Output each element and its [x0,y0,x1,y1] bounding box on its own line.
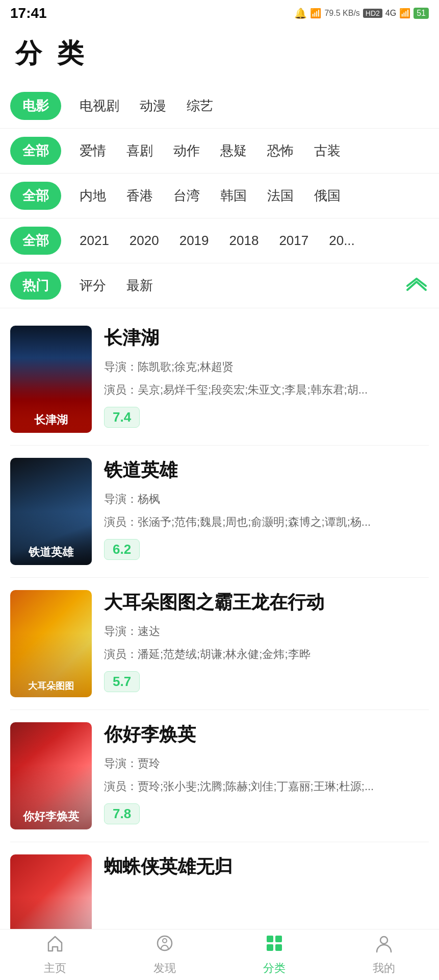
filter-year-2018[interactable]: 2018 [219,228,269,254]
filter-genre-active[interactable]: 全部 [10,137,61,165]
movie-title: 你好李焕英 [104,722,429,747]
nav-discover[interactable]: 发现 [134,934,195,976]
4g-badge: 4G [385,9,396,18]
filter-year-2019[interactable]: 2019 [169,228,219,254]
movie-title: 大耳朵图图之霸王龙在行动 [104,590,429,615]
nav-profile[interactable]: 我的 [353,934,415,976]
filter-region-tw[interactable]: 台湾 [163,182,210,210]
movie-actors: 演员：贾玲;张小斐;沈腾;陈赫;刘佳;丁嘉丽;王琳;杜源;... [104,777,429,795]
5g-signal: 📶 [399,8,410,19]
filter-year-2020[interactable]: 2020 [119,228,169,254]
notification-icon: 🔔 [294,7,307,19]
movie-poster: 你好李焕英 [10,722,92,829]
svg-rect-5 [275,944,282,951]
category-icon [265,934,284,958]
movie-actors: 演员：张涵予;范伟;魏晨;周也;俞灏明;森博之;谭凯;杨... [104,513,429,531]
status-icons: 🔔 📶 79.5 KB/s HD2 4G 📶 51 [294,7,429,19]
filter-sort-active[interactable]: 热门 [10,272,61,300]
filter-type-tv[interactable]: 电视剧 [69,92,130,120]
battery-indicator: 51 [414,8,429,19]
hd-badge: HD2 [363,9,382,18]
filter-genre-comedy[interactable]: 喜剧 [116,137,163,165]
movie-info: 你好李焕英 导演：贾玲 演员：贾玲;张小斐;沈腾;陈赫;刘佳;丁嘉丽;王琳;杜源… [104,722,429,829]
filter-genre-action[interactable]: 动作 [163,137,210,165]
movie-title: 蜘蛛侠英雄无归 [104,854,429,879]
movie-item[interactable]: 长津湖 长津湖 导演：陈凯歌;徐克;林超贤 演员：吴京;易烊千玺;段奕宏;朱亚文… [10,313,429,446]
filter-type-active[interactable]: 电影 [10,92,61,120]
movie-director: 导演：陈凯歌;徐克;林超贤 [104,358,429,376]
filter-sort-section: 热门 评分 最新 [0,263,439,308]
filter-year-active[interactable]: 全部 [10,227,61,255]
poster-label: 大耳朵图图 [10,590,92,697]
home-icon [45,934,65,958]
svg-rect-2 [267,936,273,942]
svg-point-1 [163,939,167,943]
movie-poster: 大耳朵图图 [10,590,92,697]
movie-title: 长津湖 [104,326,429,351]
sort-row-left: 热门 评分 最新 [10,272,163,300]
movie-rating: 7.8 [104,803,140,824]
filter-year-more[interactable]: 20... [319,228,365,254]
movie-actors: 演员：吴京;易烊千玺;段奕宏;朱亚文;李晨;韩东君;胡... [104,381,429,399]
status-time: 17:41 [10,5,47,21]
svg-rect-3 [275,936,282,942]
poster-label: 长津湖 [10,326,92,433]
filter-genre-suspense[interactable]: 悬疑 [210,137,257,165]
movie-actors: 演员：潘延;范楚绒;胡谦;林永健;金炜;李晔 [104,645,429,663]
movie-rating: 5.7 [104,671,140,692]
collapse-filters-button[interactable] [404,274,429,298]
network-speed: 79.5 KB/s [324,9,359,18]
filter-year-2021[interactable]: 2021 [69,228,119,254]
filter-year-section: 全部 2021 2020 2019 2018 2017 20... [0,218,439,263]
filter-year-row: 全部 2021 2020 2019 2018 2017 20... [10,218,429,263]
filter-region-section: 全部 内地 香港 台湾 韩国 法国 俄国 [0,174,439,218]
nav-home[interactable]: 主页 [24,934,86,976]
movie-item[interactable]: 大耳朵图图 大耳朵图图之霸王龙在行动 导演：速达 演员：潘延;范楚绒;胡谦;林永… [10,578,429,710]
profile-icon [374,934,394,958]
filter-region-active[interactable]: 全部 [10,182,61,210]
movie-director: 导演：杨枫 [104,490,429,508]
filter-region-row: 全部 内地 香港 台湾 韩国 法国 俄国 [10,174,429,218]
filter-region-russia[interactable]: 俄国 [304,182,351,210]
filter-region-hk[interactable]: 香港 [116,182,163,210]
main-content: 分 类 电影 电视剧 动漫 综艺 全部 爱情 喜剧 动作 悬疑 恐怖 古装 全部… [0,26,439,980]
filter-region-mainland[interactable]: 内地 [69,182,116,210]
poster-label: 你好李焕英 [10,722,92,829]
nav-category[interactable]: 分类 [244,934,305,976]
svg-rect-4 [267,944,273,951]
nav-category-label: 分类 [263,961,286,976]
movie-info: 铁道英雄 导演：杨枫 演员：张涵予;范伟;魏晨;周也;俞灏明;森博之;谭凯;杨.… [104,458,429,565]
movie-director: 导演：贾玲 [104,754,429,772]
movie-info: 大耳朵图图之霸王龙在行动 导演：速达 演员：潘延;范楚绒;胡谦;林永健;金炜;李… [104,590,429,697]
movie-item[interactable]: 你好李焕英 你好李焕英 导演：贾玲 演员：贾玲;张小斐;沈腾;陈赫;刘佳;丁嘉丽… [10,710,429,842]
filter-year-2017[interactable]: 2017 [269,228,319,254]
filter-sort-newest[interactable]: 最新 [116,272,163,300]
status-bar: 17:41 🔔 📶 79.5 KB/s HD2 4G 📶 51 [0,0,439,26]
movie-title: 铁道英雄 [104,458,429,483]
movie-info: 长津湖 导演：陈凯歌;徐克;林超贤 演员：吴京;易烊千玺;段奕宏;朱亚文;李晨;… [104,326,429,433]
filter-genre-horror[interactable]: 恐怖 [257,137,304,165]
filter-genre-costume[interactable]: 古装 [304,137,351,165]
filter-type-anime[interactable]: 动漫 [130,92,176,120]
filter-genre-section: 全部 爱情 喜剧 动作 悬疑 恐怖 古装 [0,129,439,174]
movie-rating: 7.4 [104,407,140,428]
filter-type-variety[interactable]: 综艺 [176,92,223,120]
movie-item[interactable]: 铁道英雄 铁道英雄 导演：杨枫 演员：张涵予;范伟;魏晨;周也;俞灏明;森博之;… [10,446,429,578]
page-title: 分 类 [15,36,424,71]
filter-genre-romance[interactable]: 爱情 [69,137,116,165]
filter-genre-row: 全部 爱情 喜剧 动作 悬疑 恐怖 古装 [10,129,429,173]
filter-sort-row: 热门 评分 最新 [10,263,429,308]
poster-label: 铁道英雄 [10,458,92,565]
movie-list: 长津湖 长津湖 导演：陈凯歌;徐克;林超贤 演员：吴京;易烊千玺;段奕宏;朱亚文… [0,308,439,979]
movie-poster: 铁道英雄 [10,458,92,565]
bottom-nav: 主页 发现 分类 我的 [0,929,439,980]
filter-region-france[interactable]: 法国 [257,182,304,210]
filter-sort-rating[interactable]: 评分 [69,272,116,300]
filter-region-korea[interactable]: 韩国 [210,182,257,210]
svg-point-6 [380,937,388,944]
page-title-area: 分 类 [0,26,439,84]
nav-discover-label: 发现 [153,961,176,976]
signal-bar: 📶 [310,8,321,19]
movie-rating: 6.2 [104,539,140,560]
nav-home-label: 主页 [44,961,66,976]
